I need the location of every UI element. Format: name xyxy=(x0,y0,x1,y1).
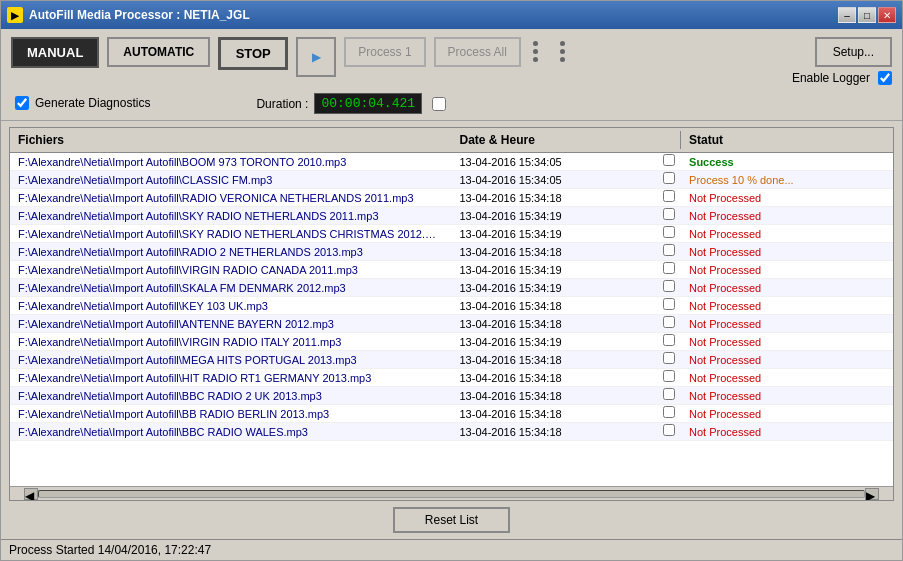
cell-date: 13-04-2016 15:34:19 xyxy=(452,335,664,349)
table-row[interactable]: F:\Alexandre\Netia\Import Autofill\VIRGI… xyxy=(10,261,893,279)
row-checkbox[interactable] xyxy=(663,172,675,184)
duration-display: 00:00:04.421 xyxy=(314,93,422,114)
dots-button-2[interactable] xyxy=(556,37,569,66)
table-row[interactable]: F:\Alexandre\Netia\Import Autofill\HIT R… xyxy=(10,369,893,387)
row-checkbox[interactable] xyxy=(663,154,675,166)
table-row[interactable]: F:\Alexandre\Netia\Import Autofill\RADIO… xyxy=(10,189,893,207)
play-icon: ▶ xyxy=(312,50,321,64)
table-row[interactable]: F:\Alexandre\Netia\Import Autofill\BOOM … xyxy=(10,153,893,171)
cell-path: F:\Alexandre\Netia\Import Autofill\CLASS… xyxy=(10,173,452,187)
reset-list-button[interactable]: Reset List xyxy=(393,507,510,533)
header-fichiers: Fichiers xyxy=(10,131,452,149)
row-checkbox[interactable] xyxy=(663,244,675,256)
dot xyxy=(533,49,538,54)
window-controls: – □ ✕ xyxy=(838,7,896,23)
scroll-right-btn[interactable]: ▶ xyxy=(865,488,879,500)
cell-status: Not Processed xyxy=(681,263,893,277)
generate-diag-checkbox[interactable] xyxy=(15,96,29,110)
process1-button[interactable]: Process 1 xyxy=(344,37,425,67)
row-checkbox[interactable] xyxy=(663,352,675,364)
row-checkbox[interactable] xyxy=(663,208,675,220)
cell-path: F:\Alexandre\Netia\Import Autofill\KEY 1… xyxy=(10,299,452,313)
table-row[interactable]: F:\Alexandre\Netia\Import Autofill\VIRGI… xyxy=(10,333,893,351)
table-body: F:\Alexandre\Netia\Import Autofill\BOOM … xyxy=(10,153,893,486)
horizontal-scrollbar[interactable]: ◀ ▶ xyxy=(10,486,893,500)
row-checkbox[interactable] xyxy=(663,406,675,418)
table-row[interactable]: F:\Alexandre\Netia\Import Autofill\MEGA … xyxy=(10,351,893,369)
toolbar-secondary: Generate Diagnostics Duration : 00:00:04… xyxy=(1,89,902,121)
cell-date: 13-04-2016 15:34:18 xyxy=(452,317,664,331)
row-checkbox[interactable] xyxy=(663,334,675,346)
table-row[interactable]: F:\Alexandre\Netia\Import Autofill\SKALA… xyxy=(10,279,893,297)
bottom-bar: Reset List xyxy=(1,501,902,539)
row-checkbox[interactable] xyxy=(663,190,675,202)
table-row[interactable]: F:\Alexandre\Netia\Import Autofill\SKY R… xyxy=(10,225,893,243)
cell-path: F:\Alexandre\Netia\Import Autofill\VIRGI… xyxy=(10,335,452,349)
cell-path: F:\Alexandre\Netia\Import Autofill\VIRGI… xyxy=(10,263,452,277)
cell-status: Not Processed xyxy=(681,425,893,439)
cell-path: F:\Alexandre\Netia\Import Autofill\BOOM … xyxy=(10,155,452,169)
status-bar: Process Started 14/04/2016, 17:22:47 xyxy=(1,539,902,560)
header-statut: Statut xyxy=(681,131,893,149)
cell-date: 13-04-2016 15:34:19 xyxy=(452,227,664,241)
row-checkbox[interactable] xyxy=(663,388,675,400)
cell-path: F:\Alexandre\Netia\Import Autofill\RADIO… xyxy=(10,245,452,259)
table-row[interactable]: F:\Alexandre\Netia\Import Autofill\BBC R… xyxy=(10,423,893,441)
maximize-button[interactable]: □ xyxy=(858,7,876,23)
cell-status: Not Processed xyxy=(681,227,893,241)
enable-logger-checkbox[interactable] xyxy=(878,71,892,85)
cell-status: Not Processed xyxy=(681,389,893,403)
cell-date: 13-04-2016 15:34:18 xyxy=(452,299,664,313)
duration-checkbox[interactable] xyxy=(432,97,446,111)
row-checkbox[interactable] xyxy=(663,298,675,310)
status-text: Process Started 14/04/2016, 17:22:47 xyxy=(9,543,211,557)
toolbar-main: MANUAL AUTOMATIC STOP ▶ Process 1 Proces… xyxy=(1,29,902,89)
table-row[interactable]: F:\Alexandre\Netia\Import Autofill\CLASS… xyxy=(10,171,893,189)
manual-button[interactable]: MANUAL xyxy=(11,37,99,68)
table-row[interactable]: F:\Alexandre\Netia\Import Autofill\RADIO… xyxy=(10,243,893,261)
scrollbar-track[interactable] xyxy=(38,490,865,498)
dots-button-1[interactable] xyxy=(529,37,542,66)
row-checkbox[interactable] xyxy=(663,226,675,238)
setup-button[interactable]: Setup... xyxy=(815,37,892,67)
cell-status: Not Processed xyxy=(681,299,893,313)
cell-date: 13-04-2016 15:34:18 xyxy=(452,425,664,439)
row-checkbox[interactable] xyxy=(663,370,675,382)
cell-status: Not Processed xyxy=(681,407,893,421)
cell-date: 13-04-2016 15:34:18 xyxy=(452,371,664,385)
row-checkbox[interactable] xyxy=(663,316,675,328)
close-button[interactable]: ✕ xyxy=(878,7,896,23)
cell-status: Not Processed xyxy=(681,353,893,367)
cell-date: 13-04-2016 15:34:18 xyxy=(452,191,664,205)
enable-logger-label: Enable Logger xyxy=(792,71,870,85)
title-bar-left: ▶ AutoFill Media Processor : NETIA_JGL xyxy=(7,7,250,23)
processall-button[interactable]: Process All xyxy=(434,37,521,67)
table-row[interactable]: F:\Alexandre\Netia\Import Autofill\BB RA… xyxy=(10,405,893,423)
title-bar: ▶ AutoFill Media Processor : NETIA_JGL –… xyxy=(1,1,902,29)
table-row[interactable]: F:\Alexandre\Netia\Import Autofill\ANTEN… xyxy=(10,315,893,333)
cell-path: F:\Alexandre\Netia\Import Autofill\SKALA… xyxy=(10,281,452,295)
cell-date: 13-04-2016 15:34:18 xyxy=(452,389,664,403)
scroll-left-btn[interactable]: ◀ xyxy=(24,488,38,500)
minimize-button[interactable]: – xyxy=(838,7,856,23)
cell-status: Not Processed xyxy=(681,317,893,331)
cell-status: Not Processed xyxy=(681,371,893,385)
cell-status: Success xyxy=(681,155,893,169)
table-row[interactable]: F:\Alexandre\Netia\Import Autofill\BBC R… xyxy=(10,387,893,405)
cell-date: 13-04-2016 15:34:19 xyxy=(452,281,664,295)
row-checkbox[interactable] xyxy=(663,262,675,274)
row-checkbox[interactable] xyxy=(663,280,675,292)
generate-diag-label: Generate Diagnostics xyxy=(35,96,150,110)
table-row[interactable]: F:\Alexandre\Netia\Import Autofill\SKY R… xyxy=(10,207,893,225)
stop-button[interactable]: STOP xyxy=(218,37,288,70)
cell-path: F:\Alexandre\Netia\Import Autofill\BB RA… xyxy=(10,407,452,421)
row-checkbox[interactable] xyxy=(663,424,675,436)
header-date: Date & Heure xyxy=(452,131,664,149)
automatic-button[interactable]: AUTOMATIC xyxy=(107,37,210,67)
cell-path: F:\Alexandre\Netia\Import Autofill\HIT R… xyxy=(10,371,452,385)
play-button[interactable]: ▶ xyxy=(296,37,336,77)
dots-controls xyxy=(529,37,569,66)
cell-date: 13-04-2016 15:34:18 xyxy=(452,407,664,421)
main-window: ▶ AutoFill Media Processor : NETIA_JGL –… xyxy=(0,0,903,561)
table-row[interactable]: F:\Alexandre\Netia\Import Autofill\KEY 1… xyxy=(10,297,893,315)
